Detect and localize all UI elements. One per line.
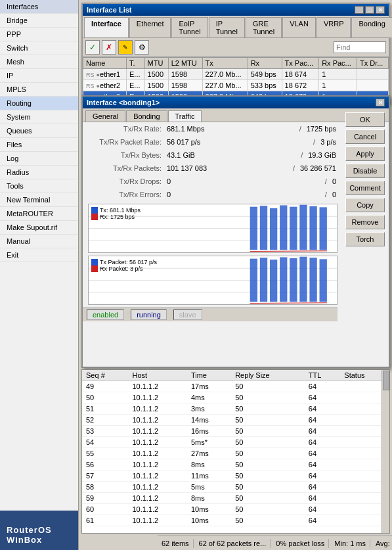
tab-traffic[interactable]: Traffic — [168, 110, 202, 122]
ping-table-row[interactable]: 61 10.1.1.2 10ms 50 64 — [82, 515, 389, 526]
col-reply-size: Reply Size — [231, 370, 305, 381]
cancel-button[interactable]: Cancel — [345, 129, 385, 144]
chart1-legend: Tx: 681.1 Mbps Rx: 1725 bps — [91, 207, 141, 220]
col-type: T. — [127, 58, 145, 69]
bottom-bar: 62 items 62 of 62 packets re... 0% packe… — [158, 536, 392, 550]
rx-pkt-legend-color — [91, 265, 98, 272]
ping-table-row[interactable]: 59 10.1.1.2 8ms 50 64 — [82, 493, 389, 504]
remove-button[interactable]: ✗ — [102, 40, 116, 55]
interface-list-window: Interface List _ □ ✕ Interface Ethernet … — [81, 3, 390, 104]
ok-button[interactable]: OK — [345, 112, 385, 127]
sidebar-item-system[interactable]: System — [0, 110, 78, 124]
sidebar-item-exit[interactable]: Exit — [0, 248, 78, 262]
ping-table-row[interactable]: 55 10.1.1.2 27ms 50 64 — [82, 448, 389, 459]
tab-vlan[interactable]: VLAN — [282, 17, 316, 37]
rx-legend-label: Rx: 1725 bps — [100, 214, 135, 220]
tab-vrrp[interactable]: VRRP — [316, 17, 351, 37]
rx-packet-value: 3 p/s — [320, 138, 336, 146]
sidebar-item-queues[interactable]: Queues — [0, 124, 78, 138]
ping-table-row[interactable]: 56 10.1.1.2 8ms 50 64 — [82, 459, 389, 470]
ping-seq: 61 — [82, 515, 128, 526]
sidebar-item-bridge[interactable]: Bridge — [0, 14, 78, 28]
tab-gre-tunnel[interactable]: GRE Tunnel — [246, 17, 282, 37]
col-txdr: Tx Dr... — [357, 58, 388, 69]
close-button[interactable]: ✕ — [376, 6, 385, 14]
row-tx: 227.0 Mb... — [202, 80, 248, 91]
ping-scrollbar[interactable] — [381, 370, 389, 533]
sidebar-item-mpls[interactable]: MPLS — [0, 83, 78, 97]
ping-table-row[interactable]: 50 10.1.1.2 4ms 50 64 — [82, 392, 389, 403]
table-row[interactable]: RS ●ether2 E... 1500 1598 227.0 Mb... 53… — [83, 80, 389, 91]
sidebar-brand: RouterOS WinBox — [0, 511, 78, 550]
ping-seq: 60 — [82, 504, 128, 515]
ping-table-row[interactable]: 49 10.1.1.2 17ms 50 64 — [82, 381, 389, 392]
ping-table-row[interactable]: 51 10.1.1.2 3ms 50 64 — [82, 403, 389, 415]
minimize-button[interactable]: _ — [355, 6, 364, 14]
sidebar-item-switch[interactable]: Switch — [0, 41, 78, 55]
col-name: Name — [83, 58, 127, 69]
filter-button[interactable]: ⚙ — [135, 40, 149, 55]
sidebar-item-interfaces[interactable]: Interfaces — [0, 0, 78, 14]
sidebar-item-ppp[interactable]: PPP — [0, 28, 78, 41]
tab-general[interactable]: General — [85, 110, 125, 122]
copy-button[interactable]: Copy — [345, 198, 385, 212]
tab-eoip-tunnel[interactable]: EoIP Tunnel — [171, 17, 207, 37]
col-rxpac: Rx Pac... — [319, 58, 357, 69]
scrollbar-thumb[interactable] — [383, 371, 389, 390]
ping-time: 11ms — [187, 470, 231, 482]
sidebar-item-manual[interactable]: Manual — [0, 235, 78, 248]
remove-button2[interactable]: Remove — [345, 215, 385, 229]
tab-ethernet[interactable]: Ethernet — [129, 17, 171, 37]
ping-size: 50 — [231, 459, 305, 470]
tx-rx-rate-row: Tx/Rx Rate: 681.1 Mbps / 1725 bps — [83, 122, 341, 135]
ping-size: 50 — [231, 437, 305, 448]
apply-button[interactable]: Apply — [345, 147, 385, 161]
ping-table-row[interactable]: 54 10.1.1.2 5ms* 50 64 — [82, 437, 389, 448]
ping-table-row[interactable]: 53 10.1.1.2 16ms 50 64 — [82, 426, 389, 437]
sidebar-item-new-terminal[interactable]: New Terminal — [0, 193, 78, 207]
ping-host: 10.1.1.2 — [128, 403, 186, 415]
svg-rect-7 — [290, 207, 297, 250]
sidebar-item-make-supout[interactable]: Make Supout.rif — [0, 221, 78, 235]
bonding-close-button[interactable]: ✕ — [376, 99, 385, 106]
sidebar-item-metarouter[interactable]: MetaROUTER — [0, 207, 78, 221]
sidebar-item-log[interactable]: Log — [0, 152, 78, 166]
edit-button[interactable]: ✎ — [118, 40, 133, 55]
tx-rx-rate-label: Tx/Rx Rate: — [88, 125, 167, 133]
sidebar-item-mesh[interactable]: Mesh — [0, 55, 78, 69]
ping-table-row[interactable]: 52 10.1.1.2 14ms 50 64 — [82, 415, 389, 426]
disable-button[interactable]: Disable — [345, 164, 385, 178]
tab-interface[interactable]: Interface — [84, 17, 129, 37]
ping-host: 10.1.1.2 — [128, 415, 186, 426]
ping-size: 50 — [231, 448, 305, 459]
row-rxpac: 1 — [319, 69, 357, 80]
add-button[interactable]: ✓ — [85, 40, 100, 55]
col-ttl: TTL — [305, 370, 341, 381]
torch-button[interactable]: Torch — [345, 232, 385, 246]
comment-button[interactable]: Comment — [345, 181, 385, 195]
ping-table-row[interactable]: 58 10.1.1.2 5ms 50 64 — [82, 482, 389, 493]
tab-bonding[interactable]: Bonding — [351, 17, 392, 37]
tx-errors-value: 0 — [167, 191, 320, 198]
sidebar-item-files[interactable]: Files — [0, 138, 78, 152]
svg-rect-21 — [309, 258, 316, 302]
tab-bonding[interactable]: Bonding — [126, 110, 167, 122]
row-txpac: 18 674 — [282, 69, 319, 80]
ping-size: 50 — [231, 482, 305, 493]
sidebar-item-radius[interactable]: Radius — [0, 166, 78, 179]
rx-rate-value: 1725 bps — [307, 125, 336, 133]
ping-host: 10.1.1.2 — [128, 504, 186, 515]
ping-ttl: 64 — [305, 448, 341, 459]
sidebar-item-ip[interactable]: IP — [0, 69, 78, 83]
chart2-legend: Tx Packet: 56 017 p/s Rx Packet: 3 p/s — [91, 259, 157, 272]
maximize-button[interactable]: □ — [365, 6, 374, 14]
sidebar-item-tools[interactable]: Tools — [0, 179, 78, 193]
table-row[interactable]: RS ●ether1 E... 1500 1598 227.0 Mb... 54… — [83, 69, 389, 80]
search-input[interactable] — [334, 41, 386, 53]
ping-ttl: 64 — [305, 381, 341, 392]
ping-table-row[interactable]: 57 10.1.1.2 11ms 50 64 — [82, 470, 389, 482]
sidebar-item-routing[interactable]: Routing — [0, 97, 78, 110]
tab-ip-tunnel[interactable]: IP Tunnel — [209, 17, 245, 37]
tx-legend-color — [91, 207, 98, 214]
ping-table-row[interactable]: 60 10.1.1.2 10ms 50 64 — [82, 504, 389, 515]
